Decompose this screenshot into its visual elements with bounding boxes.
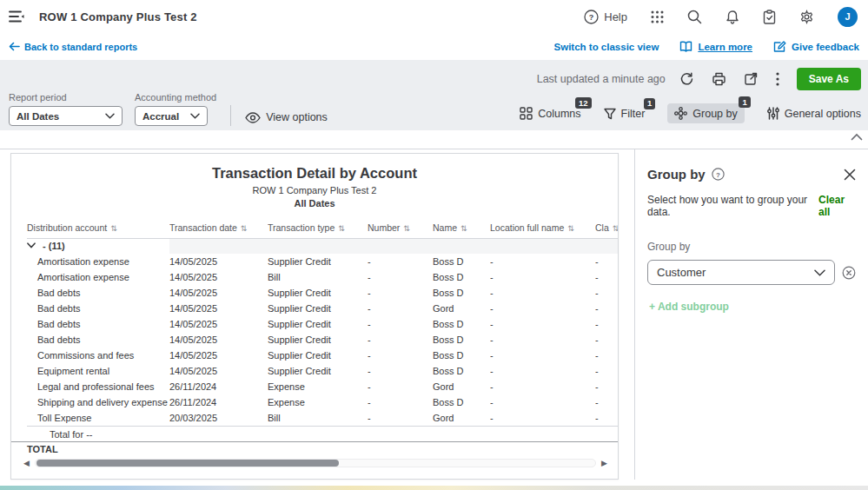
eye-icon [245, 112, 261, 123]
switch-to-classic-view-link[interactable]: Switch to classic view [554, 42, 659, 52]
general-options-button[interactable]: General options [767, 107, 861, 120]
table-row[interactable]: Bad debts14/05/2025Supplier Credit-Boss … [27, 285, 619, 301]
give-feedback-label: Give feedback [792, 42, 859, 52]
table-cell: - [595, 394, 619, 410]
table-cell: - [595, 301, 619, 316]
column-header-label: Distribution account [27, 222, 107, 233]
table-cell: Supplier Credit [268, 363, 368, 379]
filter-label: Filter [621, 108, 646, 120]
table-cell: 14/05/2025 [169, 254, 268, 269]
report-period-field: Report period All Dates [9, 92, 123, 126]
table-row[interactable]: Equipment rental14/05/2025Supplier Credi… [27, 363, 619, 379]
table-row[interactable]: Legal and professional fees26/11/2024Exp… [27, 379, 619, 394]
table-cell: - [368, 363, 433, 379]
view-options-button[interactable]: View options [245, 111, 328, 126]
group-header-row[interactable]: - (11) [27, 238, 619, 254]
column-header[interactable]: Transaction type⇅ [268, 217, 368, 238]
table-cell: Bad debts [27, 332, 169, 348]
report-table-body: - (11) Amortisation expense14/05/2025Sup… [27, 238, 619, 426]
print-icon[interactable] [712, 72, 726, 86]
scrollbar-track[interactable] [35, 459, 596, 467]
column-header-label: Name [433, 222, 457, 233]
last-updated-text: Last updated a minute ago [537, 73, 666, 85]
table-row[interactable]: Amortisation expense14/05/2025Supplier C… [27, 254, 619, 269]
learn-more-link[interactable]: Learn more [679, 41, 752, 52]
general-options-label: General options [785, 108, 861, 120]
column-header[interactable]: Number⇅ [368, 217, 433, 238]
refresh-icon[interactable] [679, 72, 694, 86]
sort-icon[interactable]: ⇅ [338, 224, 345, 233]
scroll-left-arrow[interactable]: ◀ [23, 460, 30, 467]
table-cell: - [595, 269, 619, 285]
table-cell: - [595, 379, 619, 394]
sort-icon[interactable]: ⇅ [403, 224, 410, 233]
group-by-label: Group by [692, 108, 737, 120]
table-cell: 14/05/2025 [169, 301, 268, 316]
sort-icon[interactable]: ⇅ [567, 224, 574, 233]
user-avatar[interactable]: J [838, 7, 858, 27]
table-cell: Bill [268, 269, 368, 285]
column-header-label: Number [368, 222, 400, 233]
scrollbar-thumb[interactable] [36, 460, 339, 467]
table-cell: 14/05/2025 [169, 363, 268, 379]
column-header-label: Transaction date [169, 222, 237, 233]
column-header[interactable]: Distribution account⇅ [27, 217, 169, 238]
settings-gear-icon[interactable] [799, 10, 814, 24]
chevron-down-icon[interactable] [27, 242, 36, 248]
save-as-button[interactable]: Save As [797, 68, 861, 90]
collapse-chevron-up-icon[interactable] [851, 133, 863, 141]
accounting-method-select[interactable]: Accrual [135, 106, 208, 126]
sort-icon[interactable]: ⇅ [110, 224, 117, 233]
more-options-kebab-icon[interactable] [776, 72, 779, 86]
help-circle-icon[interactable]: ? [712, 168, 725, 181]
back-to-standard-reports-link[interactable]: Back to standard reports [9, 42, 137, 52]
tasks-clipboard-icon[interactable] [763, 10, 776, 24]
chevron-down-icon [105, 113, 115, 119]
hamburger-menu-icon[interactable] [9, 10, 25, 23]
app-grid-icon[interactable] [651, 10, 664, 23]
table-cell: 14/05/2025 [169, 316, 268, 332]
report-period-select[interactable]: All Dates [9, 106, 123, 126]
table-row[interactable]: Bad debts14/05/2025Supplier Credit-Boss … [27, 332, 619, 348]
group-by-value: Customer [657, 266, 706, 279]
table-row[interactable]: Toll Expense20/03/2025Bill-Gord-- [27, 410, 619, 426]
group-cell [169, 238, 268, 254]
table-row[interactable]: Bad debts14/05/2025Supplier Credit-Boss … [27, 316, 619, 332]
column-header[interactable]: Transaction date⇅ [169, 217, 268, 238]
sort-icon[interactable]: ⇅ [613, 224, 619, 233]
sort-icon[interactable]: ⇅ [461, 224, 467, 233]
notifications-bell-icon[interactable] [726, 10, 739, 24]
table-row[interactable]: Amortisation expense14/05/2025Bill-Boss … [27, 269, 619, 285]
clear-all-link[interactable]: Clear all [818, 194, 856, 218]
sort-icon[interactable]: ⇅ [241, 224, 248, 233]
group-by-select[interactable]: Customer [647, 260, 835, 285]
help-button[interactable]: ? Help [584, 10, 627, 24]
close-panel-icon[interactable] [844, 169, 856, 181]
table-cell: - [490, 348, 595, 363]
search-icon[interactable] [687, 10, 702, 24]
top-header: ROW 1 Company Plus Test 2 ? Help [0, 0, 868, 33]
group-by-button[interactable]: Group by 1 [667, 103, 744, 123]
table-cell: Bill [268, 410, 368, 426]
table-row[interactable]: Bad debts14/05/2025Supplier Credit-Gord-… [27, 301, 619, 316]
app-window: ROW 1 Company Plus Test 2 ? Help [0, 0, 868, 490]
filter-button[interactable]: Filter 1 [604, 108, 646, 120]
add-subgroup-link[interactable]: + Add subgroup [649, 301, 729, 313]
chevron-down-icon [814, 269, 825, 276]
table-cell: - [490, 301, 595, 316]
columns-button[interactable]: Columns 12 [520, 107, 580, 120]
export-icon[interactable] [744, 72, 759, 86]
column-header[interactable]: Location full name⇅ [490, 217, 595, 238]
table-cell: Legal and professional fees [27, 379, 169, 394]
column-header[interactable]: Cla⇅ [595, 217, 619, 238]
table-row[interactable]: Commissions and fees14/05/2025Supplier C… [27, 348, 619, 363]
table-cell: Bad debts [27, 301, 169, 316]
table-row[interactable]: Shipping and delivery expense26/11/2024E… [27, 394, 619, 410]
feedback-pencil-icon [773, 41, 786, 53]
give-feedback-link[interactable]: Give feedback [773, 41, 859, 53]
remove-group-icon[interactable] [842, 266, 856, 280]
table-cell: Equipment rental [27, 363, 169, 379]
scroll-right-arrow[interactable]: ▶ [601, 460, 607, 467]
group-by-badge: 1 [739, 96, 750, 108]
column-header[interactable]: Name⇅ [433, 217, 490, 238]
